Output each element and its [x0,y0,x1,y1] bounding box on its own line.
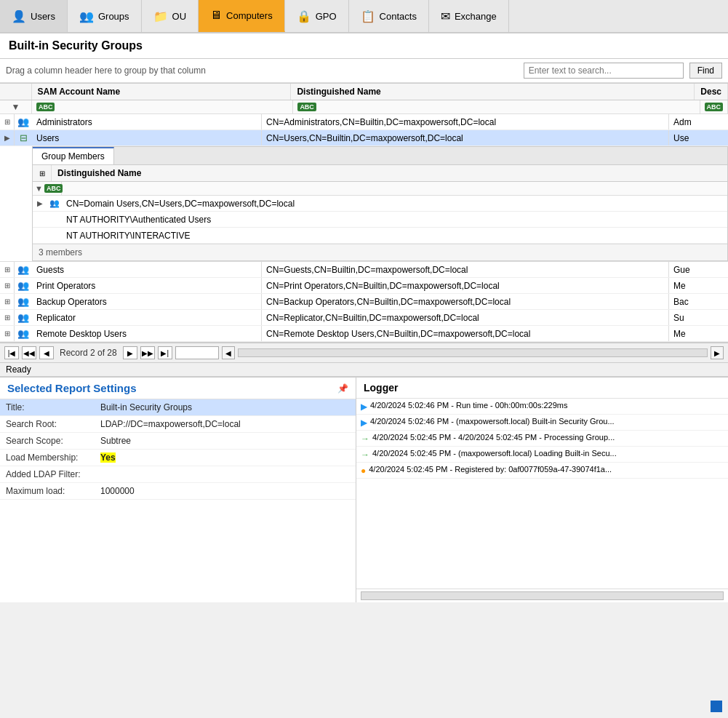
log-entry-0: ▶ 4/20/2024 5:02:46 PM - Run time - 00h:… [356,399,728,415]
logger-hscroll[interactable] [361,591,724,600]
log-arrow-icon-3: → [361,450,369,460]
row-dn-guests: CN=Guests,CN=Builtin,DC=maxpowersoft,DC=… [262,262,669,277]
page-title: Built-in Security Groups [9,39,143,52]
pin-icon[interactable]: 📌 [337,383,348,394]
pag-scroll-right[interactable]: ▶ [711,346,724,359]
settings-key-ldap: Added LDAP Filter: [0,466,95,483]
col-header-desc[interactable]: Desc [695,84,728,100]
member-row-1[interactable]: ▶ 👥 CN=Domain Users,CN=Users,DC=maxpower… [33,196,727,212]
bottom-panels: Selected Report Settings 📌 Title: Built-… [0,377,728,602]
row-sam-remote: Remote Desktop Users [32,326,262,341]
find-button[interactable]: Find [689,63,722,79]
log-text-3: 4/20/2024 5:02:45 PM - (maxpowersoft.loc… [372,449,724,458]
filter-row: ▼ ABC ABC ABC [0,100,728,114]
expand-icon-print[interactable]: ⊞ [0,278,15,293]
group-members-tab[interactable]: Group Members [33,147,114,164]
log-entry-1: ▶ 4/20/2024 5:02:46 PM - (maxpowersoft.l… [356,415,728,431]
subpanel-filter-cell[interactable]: ▼ ABC [33,182,62,195]
tab-groups[interactable]: 👥 Groups [68,0,142,32]
tab-bar: 👤 Users 👥 Groups 📁 OU 🖥 Computers 🔒 GPO … [0,0,728,33]
settings-val-title: Built-in Security Groups [95,399,356,416]
pag-next-fast-btn[interactable]: ▶▶ [140,346,155,359]
table-row-replicator[interactable]: ⊞ 👥 Replicator CN=Replicator,CN=Builtin,… [0,310,728,326]
tab-contacts-label: Contacts [380,11,417,22]
tab-exchange[interactable]: ✉ Exchange [429,0,509,32]
contacts-icon: 📋 [361,9,375,23]
membership-yes-badge: Yes [100,452,116,463]
group-members-subpanel: Group Members ⊞ Distinguished Name ▼ ABC… [32,146,728,261]
table-row[interactable]: ⊞ 👥 Administrators CN=Administrators,CN=… [0,114,728,130]
col-header-sam[interactable]: SAM Account Name [32,84,292,100]
tab-users[interactable]: 👤 Users [0,0,68,32]
filter-cell-desc[interactable]: ABC [700,100,729,113]
expand-icon-replicator[interactable]: ⊞ [0,310,15,325]
log-text-1: 4/20/2024 5:02:46 PM - (maxpowersoft.loc… [370,417,724,426]
pag-prev-fast-btn[interactable]: ◀◀ [22,346,36,359]
col-header-dn[interactable]: Distinguished Name [291,84,695,100]
log-play-icon-1: ▶ [361,418,367,428]
row-desc-replicator: Su [669,310,728,325]
expand-icon-backup[interactable]: ⊞ [0,294,15,309]
pag-next-btn[interactable]: ▶ [123,346,137,359]
log-entry-3: → 4/20/2024 5:02:45 PM - (maxpowersoft.l… [356,447,728,463]
status-bar: Ready [0,363,728,377]
expand-icon[interactable]: ⊞ [0,114,15,129]
row-desc-print: Me [669,278,728,293]
tab-computers-label: Computers [226,10,273,21]
pag-scrollbar[interactable] [238,348,708,357]
row-sam-administrators: Administrators [32,114,262,129]
filter-cell-sam[interactable]: ABC [32,100,293,113]
search-input[interactable] [524,63,684,79]
row-icon-print: 👥 [15,278,32,293]
tab-gpo[interactable]: 🔒 GPO [285,0,349,32]
tab-contacts[interactable]: 📋 Contacts [349,0,429,32]
pag-last-btn[interactable]: ▶| [158,346,172,359]
expand-icon-guests[interactable]: ⊞ [0,262,15,277]
toolbar-row: Drag a column header here to group by th… [0,59,728,83]
subpanel-col-dn[interactable]: Distinguished Name [52,165,727,181]
table-row-users[interactable]: ▶ ⊟ Users CN=Users,CN=Builtin,DC=maxpowe… [0,130,728,146]
pag-first-btn[interactable]: |◀ [4,346,19,359]
row-icon-remote: 👥 [15,326,32,341]
table-row-guests[interactable]: ⊞ 👥 Guests CN=Guests,CN=Builtin,DC=maxpo… [0,262,728,278]
log-arrow-icon-2: → [361,434,369,444]
pag-scroll-left[interactable]: ◀ [222,346,235,359]
tab-exchange-label: Exchange [455,11,497,22]
tab-ou-label: OU [172,11,187,22]
group-hint-text: Drag a column header here to group by th… [6,65,518,76]
filter-cell-dn[interactable]: ABC [293,100,700,113]
tab-computers[interactable]: 🖥 Computers [199,0,285,32]
table-row-print-operators[interactable]: ⊞ 👥 Print Operators CN=Print Operators,C… [0,278,728,294]
settings-key-title: Title: [0,399,95,416]
expand-icon-remote[interactable]: ⊞ [0,326,15,341]
row-desc-remote: Me [669,326,728,341]
subpanel-resize-icon: ⊞ [39,169,45,177]
pag-input[interactable] [175,346,219,359]
expand-icon-users[interactable]: ▶ [0,130,15,145]
users-icon: 👤 [12,9,26,23]
row-sam-print: Print Operators [32,278,262,293]
subpanel-filter-icon: ▼ [35,184,43,193]
log-text-4: 4/20/2024 5:02:45 PM - Registered by: 0a… [369,465,724,474]
member-row-2[interactable]: NT AUTHORITY\Authenticated Users [33,212,727,228]
table-row-backup[interactable]: ⊞ 👥 Backup Operators CN=Backup Operators… [0,294,728,310]
settings-row-scope: Search Scope: Subtree [0,433,356,450]
settings-val-scope: Subtree [95,433,356,450]
row-icon-backup: 👥 [15,294,32,309]
log-orange-icon-4: ● [361,466,366,476]
row-icon-guests: 👥 [15,262,32,277]
page-header: Built-in Security Groups [0,33,728,59]
member-icon-1: 👥 [47,199,62,208]
member-dn-3: NT AUTHORITY\INTERACTIVE [62,228,727,243]
tab-ou[interactable]: 📁 OU [142,0,199,32]
member-expand-1[interactable]: ▶ [33,199,47,207]
row-desc-users: Use [669,130,728,145]
log-text-0: 4/20/2024 5:02:46 PM - Run time - 00h:00… [370,401,724,410]
logger-entries: ▶ 4/20/2024 5:02:46 PM - Run time - 00h:… [356,399,728,589]
pag-prev-btn[interactable]: ◀ [39,346,54,359]
row-dn-print: CN=Print Operators,CN=Builtin,DC=maxpowe… [262,278,669,293]
table-row-remote-desktop[interactable]: ⊞ 👥 Remote Desktop Users CN=Remote Deskt… [0,326,728,342]
subpanel-col-headers: ⊞ Distinguished Name [33,165,727,182]
member-row-3[interactable]: NT AUTHORITY\INTERACTIVE [33,228,727,244]
row-desc-guests: Gue [669,262,728,277]
